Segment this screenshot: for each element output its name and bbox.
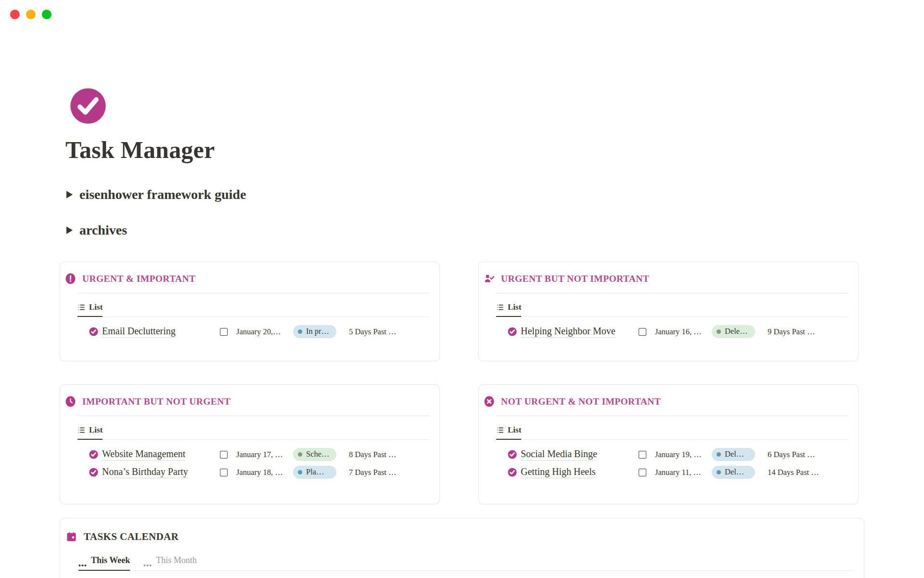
overdue-text: 5 Days Past …: [349, 327, 430, 337]
list-icon: [496, 426, 504, 434]
task-date[interactable]: January 20,…: [236, 327, 293, 337]
status-badge[interactable]: In pr…: [293, 325, 336, 338]
tab-label: This Week: [91, 555, 130, 565]
toggle-label: eisenhower framework guide: [79, 187, 246, 202]
status-badge[interactable]: Pla…: [293, 466, 336, 479]
task-name-link[interactable]: Nona’s Birthday Party: [102, 466, 188, 478]
exclamation-circle-icon: [65, 273, 76, 284]
card-title: NOT URGENT & NOT IMPORTANT: [501, 396, 661, 407]
zoom-window-button[interactable]: [42, 10, 51, 19]
toggle-eisenhower-guide[interactable]: eisenhower framework guide: [66, 187, 246, 202]
table-row: Email Decluttering January 20,… In pr… 5…: [89, 323, 430, 341]
calendar-icon: [66, 531, 77, 542]
status-dot-icon: [717, 329, 721, 334]
overdue-text: 14 Days Past …: [768, 468, 848, 477]
table-row: Getting High Heels January 11, … Del… 14…: [508, 463, 848, 481]
tab-list[interactable]: List: [496, 302, 521, 317]
view-tabs: List: [77, 416, 430, 440]
overdue-text: 6 Days Past …: [768, 450, 848, 460]
task-date[interactable]: January 16, …: [655, 327, 712, 337]
card-urgent-not-important: URGENT BUT NOT IMPORTANT List: [478, 262, 859, 361]
status-label: Pla…: [306, 467, 324, 477]
check-circle-icon[interactable]: [70, 88, 106, 124]
tab-label: List: [89, 302, 103, 312]
task-date[interactable]: January 18, …: [236, 468, 293, 477]
minimize-window-button[interactable]: [26, 10, 36, 19]
task-name-link[interactable]: Website Management: [102, 448, 185, 460]
status-label: Del…: [725, 449, 744, 459]
tab-list[interactable]: List: [77, 302, 103, 317]
status-label: In pr…: [306, 327, 329, 336]
task-checkbox[interactable]: [639, 451, 646, 459]
card-tasks-calendar: TASKS CALENDAR This Week This Month: [60, 518, 864, 578]
task-date[interactable]: January 19, …: [655, 450, 712, 460]
status-dot-icon: [717, 452, 721, 457]
tab-label: List: [508, 425, 521, 435]
card-urgent-important: URGENT & IMPORTANT List: [60, 262, 440, 361]
task-checkbox[interactable]: [220, 469, 228, 476]
status-badge[interactable]: Sche…: [293, 448, 336, 461]
task-name-link[interactable]: Social Media Binge: [521, 448, 597, 460]
tab-list[interactable]: List: [496, 425, 521, 440]
task-checkbox[interactable]: [220, 328, 228, 336]
task-check-circle-icon: [89, 468, 98, 477]
status-badge[interactable]: Del…: [712, 448, 755, 461]
clock-icon: [65, 396, 76, 407]
view-tabs: List: [496, 293, 848, 317]
task-name-link[interactable]: Email Decluttering: [102, 326, 176, 338]
toggle-archives[interactable]: archives: [66, 223, 127, 238]
overdue-text: 9 Days Past …: [768, 327, 848, 337]
task-check-circle-icon: [89, 327, 98, 336]
card-title: TASKS CALENDAR: [84, 531, 179, 543]
task-check-circle-icon: [89, 450, 98, 459]
tab-this-week[interactable]: This Week: [78, 555, 130, 571]
user-check-icon: [484, 273, 495, 284]
task-date[interactable]: January 17, …: [236, 450, 293, 460]
card-not-urgent-not-important: NOT URGENT & NOT IMPORTANT List: [478, 384, 859, 504]
tab-label: This Month: [156, 555, 197, 565]
dots-icon: [78, 559, 87, 562]
status-label: Del…: [725, 467, 744, 477]
task-check-circle-icon: [508, 450, 517, 459]
page-content: Task Manager eisenhower framework guide …: [60, 0, 864, 578]
task-checkbox[interactable]: [639, 469, 646, 476]
window-controls: [10, 10, 51, 19]
task-check-circle-icon: [508, 327, 517, 336]
page-title: Task Manager: [65, 136, 215, 164]
task-check-circle-icon: [508, 468, 517, 477]
calendar-view-tabs: This Week This Month: [78, 543, 854, 571]
overdue-text: 7 Days Past …: [349, 468, 430, 477]
card-title: URGENT BUT NOT IMPORTANT: [501, 274, 649, 284]
task-date[interactable]: January 11, …: [655, 468, 712, 477]
chevron-right-icon: [66, 191, 73, 198]
task-checkbox[interactable]: [220, 451, 228, 459]
dots-icon: [143, 559, 152, 562]
card-title: URGENT & IMPORTANT: [82, 274, 195, 284]
task-checkbox[interactable]: [639, 328, 646, 336]
list-icon: [77, 426, 85, 434]
view-tabs: List: [77, 293, 430, 317]
close-window-button[interactable]: [10, 10, 20, 19]
tab-label: List: [89, 425, 103, 435]
table-row: Website Management January 17, … Sche… 8…: [89, 446, 430, 463]
chevron-right-icon: [66, 226, 73, 234]
status-label: Sche…: [306, 449, 330, 459]
status-badge[interactable]: Dele…: [712, 325, 755, 338]
tab-this-month[interactable]: This Month: [143, 555, 197, 570]
toggle-label: archives: [79, 223, 127, 238]
status-dot-icon: [298, 470, 302, 474]
status-badge[interactable]: Del…: [712, 466, 755, 479]
status-dot-icon: [298, 452, 302, 457]
tab-label: List: [508, 302, 521, 312]
task-name-link[interactable]: Getting High Heels: [521, 466, 596, 478]
task-name-link[interactable]: Helping Neighbor Move: [521, 326, 616, 338]
x-circle-icon: [484, 396, 495, 407]
tab-list[interactable]: List: [77, 425, 103, 440]
list-icon: [77, 303, 85, 311]
overdue-text: 8 Days Past …: [349, 450, 430, 460]
table-row: Nona’s Birthday Party January 18, … Pla……: [89, 463, 430, 481]
status-dot-icon: [717, 470, 721, 474]
table-row: Social Media Binge January 19, … Del… 6 …: [508, 446, 848, 463]
status-dot-icon: [298, 329, 302, 334]
status-label: Dele…: [725, 327, 748, 336]
